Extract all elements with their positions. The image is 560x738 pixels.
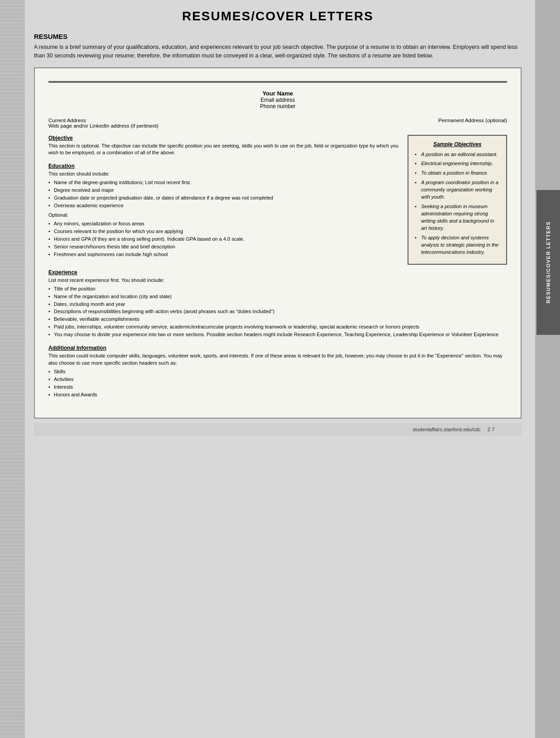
- optional-label: Optional:: [48, 212, 400, 219]
- list-item: Title of the position: [48, 286, 507, 293]
- list-item: Name of the organization and location (c…: [48, 293, 507, 300]
- resumes-heading: RESUMES: [34, 33, 522, 40]
- objective-text: This section is optional. The objective …: [48, 143, 400, 157]
- list-item: Freshmen and sophomores can include high…: [48, 251, 400, 258]
- experience-title: Experience: [48, 269, 507, 276]
- resume-top-border: [48, 81, 507, 83]
- list-item: Honors and GPA (if they are a strong sel…: [48, 236, 400, 243]
- page-footer: studentaffairs.stanford.edu/cdc 2 7: [34, 423, 522, 436]
- address-left: Current Address Web page and/or LinkedIn…: [48, 118, 158, 129]
- list-item: Activities: [48, 376, 507, 383]
- phone-number: Phone number: [48, 103, 507, 110]
- list-item: Overseas academic experience: [48, 202, 400, 209]
- list-item: Paid jobs, internships, volunteer commun…: [48, 324, 507, 331]
- objective-item: Electrical engineering internship.: [415, 160, 500, 167]
- objective-item: Seeking a position in museum administrat…: [415, 203, 500, 232]
- content-with-sidebar: Objective This section is optional. The …: [48, 135, 507, 265]
- page-title: RESUMES/COVER LETTERS: [34, 9, 522, 24]
- education-list: Name of the degree-granting institutions…: [48, 179, 400, 209]
- list-item: Name of the degree-granting institutions…: [48, 179, 400, 186]
- intro-paragraph: A resume is a brief summary of your qual…: [34, 43, 522, 60]
- address-row: Current Address Web page and/or LinkedIn…: [48, 118, 507, 129]
- list-item: Skills: [48, 368, 507, 376]
- right-tab-label: RESUMES/COVER LETTERS: [546, 221, 551, 303]
- education-title: Education: [48, 163, 400, 169]
- experience-section: Experience List most recent experience f…: [48, 269, 507, 339]
- objective-item: A position as an editorial assistant.: [415, 151, 500, 158]
- list-item: Senior research/honors thesis title and …: [48, 243, 400, 251]
- experience-list: Title of the position Name of the organi…: [48, 286, 507, 339]
- current-address-label: Current Address: [48, 118, 158, 123]
- list-item: Believable, verifiable accomplishments: [48, 316, 507, 323]
- list-item: Descriptions of responsibilities beginni…: [48, 308, 507, 315]
- list-item: Dates, including month and year: [48, 301, 507, 308]
- additional-info-title: Additional Information: [48, 345, 507, 351]
- list-item: Honors and Awards: [48, 391, 507, 399]
- education-section: Education This section should include: N…: [48, 163, 400, 258]
- objective-item: A program coordinator position in a comm…: [415, 179, 500, 201]
- education-optional-list: Any minors, specialization or focus area…: [48, 220, 400, 258]
- name-section: Your Name Email address Phone number: [48, 90, 507, 110]
- list-item: Any minors, specialization or focus area…: [48, 220, 400, 228]
- your-name: Your Name: [48, 90, 507, 97]
- list-item: Courses relevant to the position for whi…: [48, 228, 400, 235]
- permanent-address: Permanent Address (optional): [438, 118, 507, 129]
- sample-objectives-title: Sample Objectives: [415, 141, 500, 148]
- objective-item: To obtain a position in finance.: [415, 170, 500, 177]
- list-item: Interests: [48, 384, 507, 391]
- footer-page: 2 7: [488, 427, 494, 432]
- objective-item: To apply decision and systems analysis t…: [415, 234, 500, 256]
- list-item: You may choose to divide your experience…: [48, 331, 507, 338]
- web-address: Web page and/or LinkedIn address (if per…: [48, 123, 158, 129]
- footer-url: studentaffairs.stanford.edu/cdc: [413, 427, 480, 432]
- objectives-list: A position as an editorial assistant. El…: [415, 151, 500, 256]
- additional-info-list: Skills Activities Interests Honors and A…: [48, 368, 507, 399]
- objective-section: Objective This section is optional. The …: [48, 135, 400, 157]
- list-item: Graduation date or projected graduation …: [48, 195, 400, 202]
- sample-objectives-box: Sample Objectives A position as an edito…: [408, 135, 507, 265]
- main-column: Objective This section is optional. The …: [48, 135, 400, 265]
- additional-info-text: This section could include computer skil…: [48, 352, 507, 367]
- additional-info-section: Additional Information This section coul…: [48, 345, 507, 399]
- left-decorative-strip: [0, 0, 25, 738]
- experience-intro: List most recent experience first. You s…: [48, 277, 507, 284]
- resume-document: Your Name Email address Phone number Cur…: [34, 67, 522, 419]
- right-tab: RESUMES/COVER LETTERS: [536, 190, 560, 335]
- email-address: Email address: [48, 97, 507, 103]
- education-intro: This section should include:: [48, 171, 400, 178]
- sample-objectives-sidebar: Sample Objectives A position as an edito…: [408, 135, 507, 265]
- objective-title: Objective: [48, 135, 400, 141]
- list-item: Degree received and major: [48, 187, 400, 194]
